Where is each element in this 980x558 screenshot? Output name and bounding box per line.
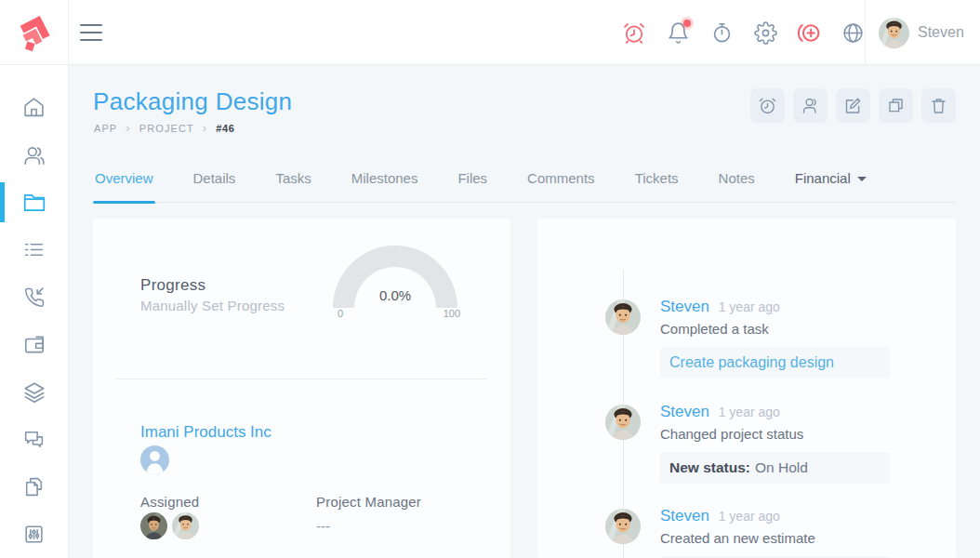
gauge-arc: [330, 243, 460, 323]
brand-logo-icon: [14, 12, 55, 53]
breadcrumb-project-id: #46: [216, 123, 234, 134]
chat-bubbles-icon: [22, 428, 46, 451]
activity-time: 1 year ago: [719, 299, 780, 314]
sidebar-item-items[interactable]: [0, 368, 69, 416]
tab-comments[interactable]: Comments: [525, 170, 597, 202]
activity-action: Changed project status: [660, 426, 956, 442]
divider: [116, 379, 487, 379]
company-avatar[interactable]: [140, 445, 169, 474]
assigned-avatars: [140, 512, 199, 539]
project-summary-card: Progress Manually Set Progress 0.0% 0 10…: [93, 219, 510, 558]
reminder-alarm-icon: [758, 96, 777, 115]
sidebar-item-home[interactable]: [0, 84, 69, 131]
page-action-toolbar: [750, 88, 956, 123]
activity-action: Created an new estimate: [660, 530, 956, 546]
sidebar-item-calls[interactable]: [0, 273, 69, 321]
layers-icon: [22, 380, 46, 405]
folder-icon: [22, 191, 46, 215]
tab-notes[interactable]: Notes: [717, 170, 757, 202]
notifications-bell-icon[interactable]: [666, 20, 690, 45]
progress-heading: Progress: [140, 276, 205, 295]
tab-financial-label: Financial: [795, 170, 851, 186]
chevron-down-icon: [857, 177, 867, 181]
activity-time: 1 year ago: [719, 405, 780, 419]
delete-trash-icon: [929, 96, 948, 115]
activity-item: Steven 1 year ago Changed project status…: [537, 403, 956, 484]
activity-item: Steven 1 year ago Completed a task Creat…: [537, 298, 956, 379]
delete-button[interactable]: [921, 88, 956, 123]
tab-details[interactable]: Details: [192, 170, 238, 202]
tab-milestones[interactable]: Milestones: [350, 170, 420, 202]
sidebar-item-contacts[interactable]: [0, 131, 69, 179]
sidebar-nav: [0, 65, 69, 558]
menu-toggle-button[interactable]: [80, 23, 104, 42]
chevron-right-icon: ›: [203, 122, 207, 134]
assign-user-button[interactable]: [793, 88, 828, 123]
timer-icon[interactable]: [709, 20, 734, 45]
breadcrumb: APP › PROJECT › #46: [94, 122, 234, 134]
user-name: Steven: [918, 24, 964, 41]
activity-time: 1 year ago: [719, 509, 780, 524]
wallet-icon: [22, 333, 46, 357]
activity-user[interactable]: Steven: [660, 298, 709, 315]
topbar-icon-group: [622, 0, 865, 65]
sidebar-item-messages[interactable]: [0, 416, 69, 463]
sliders-icon: [22, 523, 46, 546]
notification-badge: [683, 20, 691, 27]
gauge-value: 0.0%: [330, 287, 460, 303]
alarm-icon[interactable]: [622, 20, 646, 45]
assigned-avatar[interactable]: [172, 512, 199, 539]
gauge-min-label: 0: [338, 308, 343, 319]
assigned-avatar[interactable]: [140, 512, 167, 539]
progress-subheading: Manually Set Progress: [140, 298, 285, 313]
quick-add-icon[interactable]: [797, 20, 821, 45]
tab-files[interactable]: Files: [456, 170, 489, 202]
user-menu[interactable]: Steven: [865, 0, 980, 65]
edit-icon: [843, 96, 863, 115]
breadcrumb-project[interactable]: PROJECT: [139, 123, 194, 134]
progress-gauge: 0.0% 0 100: [330, 243, 460, 323]
sidebar-item-documents[interactable]: [0, 463, 69, 511]
status-value: On Hold: [755, 459, 808, 476]
settings-gear-icon[interactable]: [753, 20, 777, 45]
sidebar-item-billing[interactable]: [0, 321, 69, 368]
task-link[interactable]: Create packaging design: [669, 354, 834, 371]
tab-financial[interactable]: Financial: [793, 170, 868, 202]
duplicate-button[interactable]: [879, 88, 913, 123]
user-avatar: [879, 18, 909, 48]
reminder-button[interactable]: [750, 88, 785, 123]
sidebar-item-utilities[interactable]: [0, 511, 69, 558]
app-logo[interactable]: [0, 0, 69, 65]
sidebar-item-tasks[interactable]: [0, 226, 69, 273]
edit-button[interactable]: [836, 88, 870, 123]
breadcrumb-app[interactable]: APP: [94, 123, 117, 134]
top-navbar: Steven: [0, 0, 980, 65]
activity-action: Completed a task: [660, 321, 956, 337]
activity-detail-box: New status: On Hold: [660, 452, 890, 484]
activity-avatar[interactable]: [605, 405, 641, 440]
page-title: Packaging Design: [93, 87, 292, 116]
phone-incoming-icon: [22, 286, 46, 309]
activity-card: Steven 1 year ago Completed a task Creat…: [537, 219, 956, 558]
users-icon: [22, 143, 46, 167]
assigned-label: Assigned: [140, 494, 199, 510]
documents-icon: [22, 475, 46, 498]
sidebar-item-projects[interactable]: [0, 179, 69, 226]
activity-avatar[interactable]: [605, 509, 641, 544]
company-link[interactable]: Imani Products Inc: [140, 423, 271, 442]
activity-user[interactable]: Steven: [660, 507, 709, 525]
tab-overview[interactable]: Overview: [93, 170, 155, 202]
status-label: New status:: [669, 459, 750, 476]
list-icon: [22, 238, 46, 261]
project-manager-value: ---: [316, 518, 330, 534]
activity-detail-box: Create packaging design: [660, 347, 890, 379]
activity-avatar[interactable]: [605, 299, 641, 335]
project-manager-label: Project Manager: [316, 494, 421, 510]
language-globe-icon[interactable]: [841, 20, 865, 45]
tab-tickets[interactable]: Tickets: [633, 170, 681, 202]
activity-user[interactable]: Steven: [660, 403, 709, 420]
activity-item: Steven 1 year ago Created an new estimat…: [537, 507, 956, 558]
home-icon: [22, 96, 46, 119]
main-content: Packaging Design APP › PROJECT › #46: [69, 65, 980, 558]
tab-tasks[interactable]: Tasks: [273, 170, 312, 202]
